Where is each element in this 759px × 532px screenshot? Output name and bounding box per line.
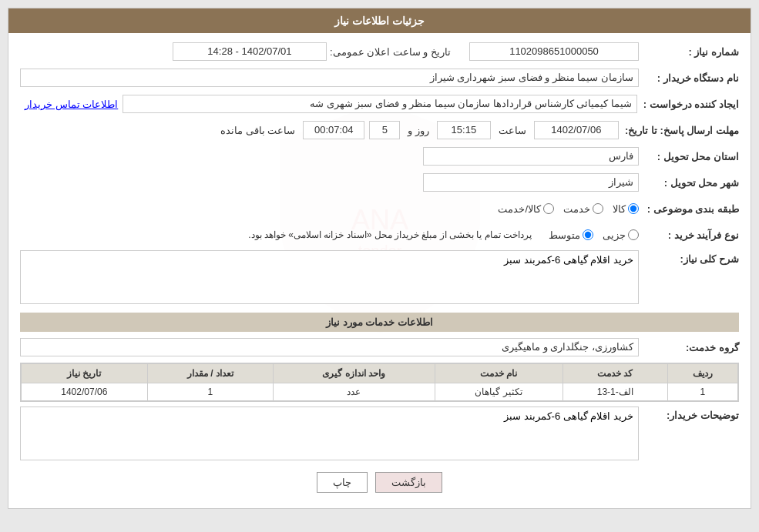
gorooh-khedmat-value: کشاورزی، جنگلداری و ماهیگیری (20, 338, 639, 356)
bazgasht-button[interactable]: بازگشت (375, 472, 442, 493)
radio-kala-label: کالا (613, 203, 626, 215)
table-row: 1 الف-1-13 تکثیر گیاهان عدد 1 1402/07/06 (22, 383, 738, 401)
page-title: جزئیات اطلاعات نیاز (334, 15, 425, 27)
radio-jozi[interactable]: جزیی (603, 229, 639, 241)
tarikh-elan-value: 1402/07/01 - 14:28 (173, 42, 327, 61)
saat-value: 15:15 (437, 121, 491, 139)
radio-motavaset[interactable]: متوسط (549, 229, 593, 241)
tosihaat-label: توضیحات خریدار: (639, 407, 739, 421)
col-kod: کد خدمت (563, 364, 667, 383)
ostan-label: استان محل تحویل : (639, 151, 739, 162)
cell-radif: 1 (667, 383, 737, 401)
chap-button[interactable]: چاپ (317, 472, 368, 493)
cell-tarikh: 1402/07/06 (22, 383, 148, 401)
services-table-wrapper: ردیف کد خدمت نام خدمت واحد اندازه گیری ت… (20, 363, 739, 402)
nam-dastgah-value: سازمان سیما منظر و فضای سبز شهرداری شیرا… (20, 69, 639, 87)
tosihaat-textarea[interactable] (20, 407, 639, 460)
services-table: ردیف کد خدمت نام خدمت واحد اندازه گیری ت… (21, 363, 738, 401)
col-vahed: واحد اندازه گیری (274, 364, 435, 383)
nam-dastgah-label: نام دستگاه خریدار : (639, 72, 739, 84)
radio-kala[interactable]: کالا (613, 203, 639, 215)
tabaqa-radio-group: کالا خدمت کالا/خدمت (498, 203, 639, 215)
tabaqa-label: طبقه بندی موضوعی : (639, 203, 739, 215)
etelaat-tamas-link[interactable]: اطلاعات تماس خریدار (25, 99, 118, 110)
col-radif: ردیف (667, 364, 737, 383)
col-nam: نام خدمت (435, 364, 563, 383)
radio-kala-khedmat[interactable]: کالا/خدمت (498, 203, 554, 215)
radio-khedmat-label: خدمت (563, 203, 590, 215)
nooe-farayand-radio-group: جزیی متوسط پرداخت تمام یا بخشی از مبلغ خ… (248, 229, 639, 241)
cell-nam: تکثیر گیاهان (435, 383, 563, 401)
page-header: جزئیات اطلاعات نیاز (8, 8, 751, 33)
section-khadamat-header: اطلاعات خدمات مورد نیاز (20, 313, 739, 332)
radio-jozi-label: جزیی (603, 229, 626, 241)
shomara-niaz-value: 1102098651000050 (469, 42, 639, 61)
nooe-farayand-note: پرداخت تمام یا بخشی از مبلغ خریداز محل «… (248, 229, 539, 240)
tarikh-elan-label: تاریخ و ساعت اعلان عمومی: (327, 46, 454, 58)
buttons-row: بازگشت چاپ (20, 472, 739, 500)
sharh-kolli-label: شرح کلی نیاز: (639, 250, 739, 265)
tarikh-value: 1402/07/06 (534, 121, 619, 139)
saat-baqi-label: ساعت باقی مانده (217, 125, 298, 136)
ejad-konande-label: ایجاد کننده درخواست : (637, 99, 739, 110)
radio-kala-khedmat-label: کالا/خدمت (498, 203, 541, 215)
saat-baqi-value: 00:07:04 (303, 121, 364, 139)
col-tarikh: تاریخ نیاز (22, 364, 148, 383)
mohlat-label: مهلت ارسال پاسخ: تا تاریخ: (619, 125, 739, 136)
ejad-konande-value: شیما کیمیائی کارشناس قراردادها سازمان سی… (123, 95, 637, 113)
roz-label: روز و (405, 125, 432, 136)
radio-motavaset-label: متوسط (549, 229, 580, 241)
gorooh-khedmat-label: گروه خدمت: (639, 342, 739, 353)
sharh-kolli-textarea[interactable] (20, 250, 639, 304)
shahr-value: شیراز (423, 173, 639, 192)
cell-tedad: 1 (147, 383, 273, 401)
ostan-value: فارس (423, 147, 639, 166)
shomara-niaz-label: شماره نیاز : (639, 46, 739, 58)
col-tedad: تعداد / مقدار (147, 364, 273, 383)
cell-vahed: عدد (274, 383, 435, 401)
nooe-farayand-label: نوع فرآیند خرید : (639, 229, 739, 241)
roz-value: 5 (369, 121, 400, 139)
cell-kod: الف-1-13 (563, 383, 667, 401)
radio-khedmat[interactable]: خدمت (563, 203, 603, 215)
saat-label: ساعت (495, 125, 529, 136)
shahr-label: شهر محل تحویل : (639, 177, 739, 189)
